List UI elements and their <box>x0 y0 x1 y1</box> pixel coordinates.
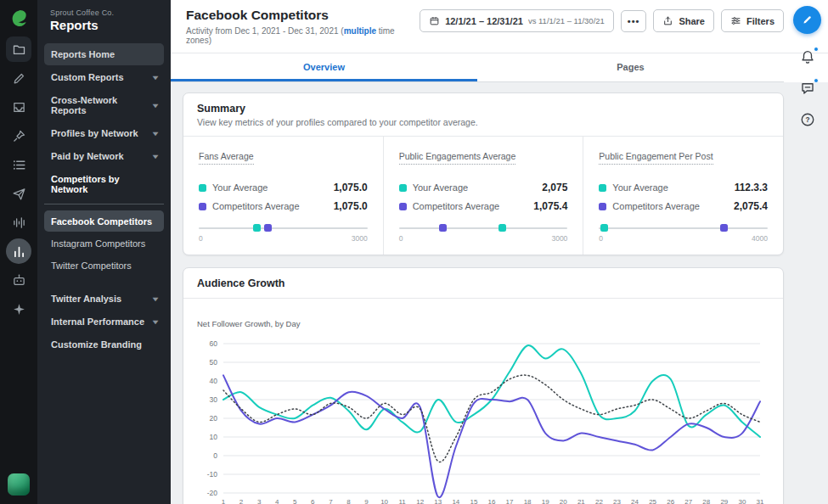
rail-item-sparkle[interactable] <box>6 296 31 322</box>
sidebar-item-competitors-by-network[interactable]: Competitors by Network <box>44 168 164 204</box>
slider-handle-purple[interactable] <box>264 224 272 232</box>
slider-handle-teal[interactable] <box>600 224 608 232</box>
chevron-down-icon: ▾ <box>153 74 158 81</box>
summary-title: Summary <box>197 103 769 115</box>
folder-icon <box>12 42 26 57</box>
legend-label: Competitors Average <box>612 201 700 211</box>
user-avatar[interactable] <box>8 473 30 496</box>
audience-growth-header: Audience Growth <box>183 268 783 299</box>
inbox-icon <box>12 100 26 115</box>
sidebar-item-paid-by-network[interactable]: Paid by Network▾ <box>44 145 164 167</box>
sidebar-item-twitter-competitors[interactable]: Twitter Competitors <box>44 255 164 276</box>
slider-handle-purple[interactable] <box>439 224 447 232</box>
sidebar-item-customize-branding[interactable]: Customize Branding <box>44 333 164 356</box>
tab-pages[interactable]: Pages <box>477 53 784 81</box>
more-options-button[interactable]: ••• <box>621 10 647 32</box>
svg-text:15: 15 <box>470 498 477 504</box>
svg-text:24: 24 <box>631 498 639 504</box>
legend-value: 2,075.4 <box>734 200 768 212</box>
metric-public-engagement-per-post: Public Engagement Per PostYour Average11… <box>583 137 783 255</box>
slider-min: 0 <box>399 234 403 243</box>
share-button[interactable]: Share <box>653 9 714 32</box>
series-teal-solid <box>223 345 760 437</box>
sidebar-item-reports-home[interactable]: Reports Home <box>44 43 164 65</box>
rail-item-pencil[interactable] <box>6 65 31 91</box>
sprout-logo[interactable] <box>8 7 30 29</box>
multiple-timezones-link[interactable]: multiple <box>344 26 376 36</box>
filters-button[interactable]: Filters <box>721 9 784 32</box>
summary-description: View key metrics of your profiles compar… <box>197 117 769 127</box>
rail-item-folder[interactable] <box>6 36 31 62</box>
report-content: Summary View key metrics of your profile… <box>171 82 828 504</box>
teal-legend-dot <box>599 184 606 192</box>
compose-button[interactable] <box>793 6 821 34</box>
svg-text:20: 20 <box>560 498 567 504</box>
tabs-strip: OverviewPages <box>171 53 784 82</box>
svg-text:30: 30 <box>738 498 746 504</box>
sidebar-item-label: Reports Home <box>51 49 115 59</box>
svg-text:3: 3 <box>257 498 262 504</box>
range-slider <box>599 224 768 232</box>
bell-button[interactable] <box>797 47 818 67</box>
svg-text:25: 25 <box>649 498 656 504</box>
ellipsis-icon: ••• <box>628 16 640 26</box>
rail-item-pin[interactable] <box>6 123 31 148</box>
rail-item-bar-chart[interactable] <box>6 238 31 264</box>
legend-row: Your Average112.3.3 <box>599 182 768 193</box>
notification-dot <box>814 47 819 52</box>
sidebar-item-cross-network-reports[interactable]: Cross-Network Reports▾ <box>44 89 164 121</box>
slider-handle-teal[interactable] <box>253 224 261 232</box>
signal-icon <box>12 216 26 230</box>
sidebar-item-profiles-by-network[interactable]: Profiles by Network▾ <box>44 122 164 144</box>
sidebar-item-custom-reports[interactable]: Custom Reports▾ <box>44 66 164 88</box>
audience-growth-body: Net Follower Growth, by Day -20-10010203… <box>183 299 783 504</box>
svg-text:12: 12 <box>416 498 424 504</box>
rail-item-bot[interactable] <box>6 267 31 293</box>
share-icon <box>662 15 673 26</box>
chat-button[interactable] <box>797 78 818 98</box>
rail-item-signal[interactable] <box>6 210 31 235</box>
bar-chart-icon <box>12 244 26 259</box>
date-range-button[interactable]: 12/1/21 – 12/31/21 vs 11/1/21 – 11/30/21 <box>420 9 614 32</box>
report-activity-range: Activity from Dec 1, 2021 - Dec 31, 2021… <box>186 26 413 45</box>
notification-dot <box>814 78 819 83</box>
tab-overview[interactable]: Overview <box>171 53 477 81</box>
svg-text:22: 22 <box>595 498 603 504</box>
rail-item-inbox[interactable] <box>6 94 31 120</box>
sidebar-item-facebook-competitors[interactable]: Facebook Competitors <box>44 210 164 232</box>
list-icon <box>12 158 26 172</box>
sidebar-item-label: Twitter Competitors <box>51 260 132 271</box>
sidebar-item-label: Twitter Analysis <box>51 294 121 304</box>
sidebar-item-instagram-competitors[interactable]: Instagram Competitors <box>44 232 164 254</box>
sidebar-item-internal-performance[interactable]: Internal Performance▾ <box>44 311 164 333</box>
slider-handle-teal[interactable] <box>498 224 506 232</box>
sidebar-item-twitter-analysis[interactable]: Twitter Analysis▾ <box>44 288 164 310</box>
purple-legend-dot <box>599 203 606 210</box>
audience-growth-chart: -20-100102030405060123456789101112131415… <box>197 337 769 504</box>
legend-value: 2,075 <box>542 182 567 193</box>
sidebar-item-label: Facebook Competitors <box>51 216 152 227</box>
svg-text:1: 1 <box>222 498 226 504</box>
sparkle-icon <box>12 302 26 316</box>
sidebar-menu: Reports HomeCustom Reports▾Cross-Network… <box>44 43 164 356</box>
metric-fans-average: Fans AverageYour Average1,075.0Competito… <box>183 137 384 255</box>
svg-text:40: 40 <box>210 377 218 385</box>
range-slider <box>399 224 568 232</box>
teal-legend-dot <box>199 184 206 192</box>
svg-text:50: 50 <box>210 358 218 367</box>
legend-value: 1,075.4 <box>533 200 567 212</box>
rail-item-list[interactable] <box>6 152 31 177</box>
svg-text:10: 10 <box>210 433 218 441</box>
svg-text:23: 23 <box>613 498 621 504</box>
slider-handle-purple[interactable] <box>720 224 728 232</box>
sidebar-item-label: Competitors by Network <box>51 174 157 194</box>
svg-text:20: 20 <box>210 414 218 423</box>
calendar-icon <box>429 15 440 26</box>
report-tabs: OverviewPages <box>171 53 828 82</box>
help-button[interactable]: ? <box>797 109 818 130</box>
svg-text:17: 17 <box>506 498 514 504</box>
rail-item-plane[interactable] <box>6 181 31 206</box>
svg-text:7: 7 <box>329 498 333 504</box>
rail-items <box>6 36 31 322</box>
sidebar-item-label: Internal Performance <box>51 316 144 327</box>
